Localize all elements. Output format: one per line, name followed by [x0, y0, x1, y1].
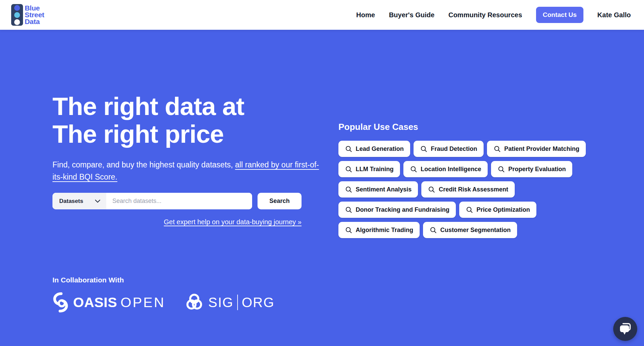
hero-title: The right data at The right price [52, 92, 244, 148]
logo-dot-blue [14, 5, 20, 11]
nav-link-community-resources[interactable]: Community Resources [448, 11, 522, 19]
brand-logo-icon [11, 4, 23, 26]
chevron-down-icon [95, 200, 101, 203]
top-navigation: Blue Street Data HomeBuyer's GuideCommun… [0, 0, 644, 30]
use-case-pill-donor-tracking-and-fundraising[interactable]: Donor Tracking and Fundraising [338, 202, 456, 218]
collaboration-heading: In Collaboration With [52, 276, 124, 284]
search-icon [466, 206, 473, 213]
use-case-pill-lead-generation[interactable]: Lead Generation [338, 141, 410, 157]
expert-help-link[interactable]: Get expert help on your data-buying jour… [52, 218, 302, 226]
use-case-pill-location-intelligence[interactable]: Location Intelligence [403, 161, 488, 177]
use-case-pill-patient-provider-matching[interactable]: Patient Provider Matching [487, 141, 586, 157]
hero-subtitle: Find, compare, and buy the highest quali… [52, 159, 323, 183]
use-case-pill-fraud-detection[interactable]: Fraud Detection [414, 141, 484, 157]
use-case-pill-algorithmic-trading[interactable]: Algorithmic Trading [338, 222, 420, 238]
search-icon [345, 206, 352, 213]
hero-subtitle-text: Find, compare, and buy the highest quali… [52, 160, 235, 169]
search-icon [345, 186, 352, 193]
hero-title-line-1: The right data at [52, 92, 244, 120]
use-case-pill-price-optimization[interactable]: Price Optimization [459, 202, 536, 218]
oasis-logo-text-light: OPEN [120, 295, 165, 310]
use-case-pill-llm-training[interactable]: LLM Training [338, 161, 400, 177]
search-button[interactable]: Search [258, 193, 302, 209]
nav-link-home[interactable]: Home [356, 11, 375, 19]
contact-us-button[interactable]: Contact Us [536, 7, 583, 23]
search-icon [345, 145, 352, 153]
search-icon [429, 226, 437, 234]
brand-word-2: Street [25, 11, 44, 18]
sig-logo-text-right: ORG [242, 295, 274, 310]
sig-knot-icon [185, 292, 204, 313]
search-category-label: Datasets [59, 198, 83, 205]
chat-widget-button[interactable] [613, 317, 637, 341]
brand-word-3: Data [25, 18, 44, 25]
search-input[interactable] [106, 193, 252, 209]
search-icon [493, 145, 501, 153]
use-case-list: Lead Generation Fraud Detection Patient … [338, 141, 596, 238]
search-box: Datasets [52, 193, 252, 209]
brand-logo[interactable]: Blue Street Data [11, 4, 44, 26]
sig-logo-text-left: SIG [208, 295, 234, 310]
search-bar: Datasets Search [52, 193, 302, 209]
hero-title-line-2: The right price [52, 120, 244, 148]
sig-logo-divider [237, 295, 238, 310]
oasis-logo-icon [52, 292, 69, 313]
sig-org-logo: SIG ORG [185, 292, 274, 313]
chat-bubbles-icon [619, 323, 632, 336]
search-icon [420, 145, 427, 153]
logo-dot-white [14, 19, 20, 25]
use-cases-heading: Popular Use Cases [338, 122, 418, 132]
use-case-pill-property-evaluation[interactable]: Property Evaluation [491, 161, 572, 177]
brand-word-1: Blue [25, 5, 44, 11]
logo-dot-sky [14, 12, 20, 18]
search-icon [428, 186, 435, 193]
use-case-pill-sentiment-analysis[interactable]: Sentiment Analysis [338, 181, 418, 198]
search-icon [410, 165, 417, 173]
hero-section: The right data at The right price Find, … [0, 30, 644, 346]
nav-link-buyer-s-guide[interactable]: Buyer's Guide [389, 11, 435, 19]
search-icon [345, 165, 352, 173]
brand-logo-text: Blue Street Data [25, 5, 44, 25]
search-icon [345, 226, 352, 234]
use-case-pill-customer-segmentation[interactable]: Customer Segmentation [423, 222, 517, 238]
nav-links: HomeBuyer's GuideCommunity Resources [356, 11, 522, 19]
search-icon [497, 165, 505, 173]
use-case-pill-credit-risk-assessment[interactable]: Credit Risk Assessment [421, 181, 514, 198]
oasis-open-logo: OASIS OPEN [52, 292, 165, 313]
partner-logos: OASIS OPEN SIG ORG [52, 292, 274, 313]
user-account-menu[interactable]: Kate Gallo [597, 11, 631, 19]
search-category-dropdown[interactable]: Datasets [52, 193, 106, 209]
oasis-logo-text-bold: OASIS [73, 295, 117, 310]
